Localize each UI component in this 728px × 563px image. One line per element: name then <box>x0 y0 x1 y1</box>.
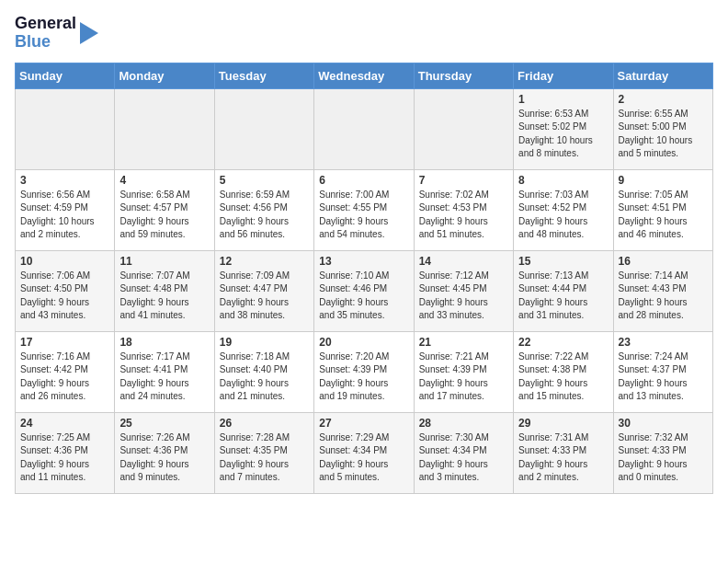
calendar-cell: 17Sunrise: 7:16 AM Sunset: 4:42 PM Dayli… <box>16 331 115 412</box>
day-header-friday: Friday <box>514 63 613 88</box>
day-headers-row: SundayMondayTuesdayWednesdayThursdayFrid… <box>16 63 713 88</box>
calendar-week-4: 17Sunrise: 7:16 AM Sunset: 4:42 PM Dayli… <box>16 331 713 412</box>
calendar-cell: 5Sunrise: 6:59 AM Sunset: 4:56 PM Daylig… <box>214 169 313 250</box>
day-number: 28 <box>419 417 508 430</box>
calendar-cell: 20Sunrise: 7:20 AM Sunset: 4:39 PM Dayli… <box>314 331 414 412</box>
calendar-cell: 3Sunrise: 6:56 AM Sunset: 4:59 PM Daylig… <box>16 169 115 250</box>
logo-arrow-icon <box>78 17 100 50</box>
calendar-cell: 15Sunrise: 7:13 AM Sunset: 4:44 PM Dayli… <box>514 250 613 331</box>
header: General Blue <box>15 15 713 52</box>
calendar-cell: 11Sunrise: 7:07 AM Sunset: 4:48 PM Dayli… <box>115 250 214 331</box>
calendar-header: SundayMondayTuesdayWednesdayThursdayFrid… <box>16 63 713 88</box>
day-number: 15 <box>518 255 608 268</box>
day-info: Sunrise: 7:22 AM Sunset: 4:38 PM Dayligh… <box>518 350 608 404</box>
day-header-wednesday: Wednesday <box>314 63 414 88</box>
day-info: Sunrise: 6:56 AM Sunset: 4:59 PM Dayligh… <box>20 189 109 242</box>
calendar-cell: 10Sunrise: 7:06 AM Sunset: 4:50 PM Dayli… <box>16 250 115 331</box>
day-info: Sunrise: 7:07 AM Sunset: 4:48 PM Dayligh… <box>119 270 209 323</box>
day-number: 29 <box>518 417 608 430</box>
day-number: 12 <box>220 255 309 268</box>
logo: General Blue <box>15 15 100 52</box>
calendar-cell: 29Sunrise: 7:31 AM Sunset: 4:33 PM Dayli… <box>514 412 613 493</box>
day-info: Sunrise: 7:03 AM Sunset: 4:52 PM Dayligh… <box>518 189 608 242</box>
day-number: 8 <box>518 174 608 187</box>
day-info: Sunrise: 7:30 AM Sunset: 4:34 PM Dayligh… <box>419 431 508 485</box>
calendar-cell: 16Sunrise: 7:14 AM Sunset: 4:43 PM Dayli… <box>613 250 712 331</box>
day-number: 21 <box>419 336 508 349</box>
day-info: Sunrise: 7:02 AM Sunset: 4:53 PM Dayligh… <box>419 189 508 242</box>
day-info: Sunrise: 7:32 AM Sunset: 4:33 PM Dayligh… <box>619 431 708 485</box>
day-info: Sunrise: 7:17 AM Sunset: 4:41 PM Dayligh… <box>119 350 209 404</box>
calendar-cell <box>115 88 214 169</box>
day-number: 11 <box>119 255 209 268</box>
day-header-tuesday: Tuesday <box>214 63 313 88</box>
logo-container: General Blue <box>15 15 100 52</box>
day-number: 18 <box>119 336 209 349</box>
day-number: 13 <box>319 255 408 268</box>
day-info: Sunrise: 7:21 AM Sunset: 4:39 PM Dayligh… <box>419 350 508 404</box>
calendar-cell: 9Sunrise: 7:05 AM Sunset: 4:51 PM Daylig… <box>613 169 712 250</box>
day-info: Sunrise: 7:28 AM Sunset: 4:35 PM Dayligh… <box>220 431 309 485</box>
day-header-monday: Monday <box>115 63 214 88</box>
calendar-week-5: 24Sunrise: 7:25 AM Sunset: 4:36 PM Dayli… <box>16 412 713 493</box>
day-header-saturday: Saturday <box>613 63 712 88</box>
day-info: Sunrise: 7:31 AM Sunset: 4:33 PM Dayligh… <box>518 431 608 485</box>
calendar-cell: 4Sunrise: 6:58 AM Sunset: 4:57 PM Daylig… <box>115 169 214 250</box>
day-info: Sunrise: 7:25 AM Sunset: 4:36 PM Dayligh… <box>20 431 109 485</box>
calendar-cell <box>414 88 513 169</box>
day-info: Sunrise: 6:55 AM Sunset: 5:00 PM Dayligh… <box>619 108 708 161</box>
day-number: 25 <box>119 417 209 430</box>
logo-general-text: General <box>15 15 76 33</box>
calendar-cell: 22Sunrise: 7:22 AM Sunset: 4:38 PM Dayli… <box>514 331 613 412</box>
day-info: Sunrise: 7:24 AM Sunset: 4:37 PM Dayligh… <box>619 350 708 404</box>
day-info: Sunrise: 7:16 AM Sunset: 4:42 PM Dayligh… <box>20 350 109 404</box>
day-info: Sunrise: 7:13 AM Sunset: 4:44 PM Dayligh… <box>518 270 608 323</box>
day-info: Sunrise: 7:09 AM Sunset: 4:47 PM Dayligh… <box>220 270 309 323</box>
calendar-cell: 19Sunrise: 7:18 AM Sunset: 4:40 PM Dayli… <box>214 331 313 412</box>
logo-blue-text: Blue <box>15 33 76 52</box>
day-number: 26 <box>220 417 309 430</box>
calendar-week-3: 10Sunrise: 7:06 AM Sunset: 4:50 PM Dayli… <box>16 250 713 331</box>
day-info: Sunrise: 6:58 AM Sunset: 4:57 PM Dayligh… <box>119 189 209 242</box>
day-number: 19 <box>220 336 309 349</box>
calendar-week-2: 3Sunrise: 6:56 AM Sunset: 4:59 PM Daylig… <box>16 169 713 250</box>
day-number: 20 <box>319 336 408 349</box>
day-number: 14 <box>419 255 508 268</box>
calendar-cell: 26Sunrise: 7:28 AM Sunset: 4:35 PM Dayli… <box>214 412 313 493</box>
day-info: Sunrise: 6:59 AM Sunset: 4:56 PM Dayligh… <box>220 189 309 242</box>
calendar-cell: 6Sunrise: 7:00 AM Sunset: 4:55 PM Daylig… <box>314 169 414 250</box>
calendar-cell: 8Sunrise: 7:03 AM Sunset: 4:52 PM Daylig… <box>514 169 613 250</box>
calendar-cell: 12Sunrise: 7:09 AM Sunset: 4:47 PM Dayli… <box>214 250 313 331</box>
calendar-cell: 25Sunrise: 7:26 AM Sunset: 4:36 PM Dayli… <box>115 412 214 493</box>
day-number: 30 <box>619 417 708 430</box>
day-info: Sunrise: 7:00 AM Sunset: 4:55 PM Dayligh… <box>319 189 408 242</box>
day-info: Sunrise: 7:10 AM Sunset: 4:46 PM Dayligh… <box>319 270 408 323</box>
calendar-cell: 30Sunrise: 7:32 AM Sunset: 4:33 PM Dayli… <box>613 412 712 493</box>
calendar-cell: 21Sunrise: 7:21 AM Sunset: 4:39 PM Dayli… <box>414 331 513 412</box>
day-info: Sunrise: 7:20 AM Sunset: 4:39 PM Dayligh… <box>319 350 408 404</box>
day-number: 2 <box>619 93 708 106</box>
day-info: Sunrise: 7:18 AM Sunset: 4:40 PM Dayligh… <box>220 350 309 404</box>
day-info: Sunrise: 7:05 AM Sunset: 4:51 PM Dayligh… <box>619 189 708 242</box>
day-number: 1 <box>518 93 608 106</box>
calendar-cell: 7Sunrise: 7:02 AM Sunset: 4:53 PM Daylig… <box>414 169 513 250</box>
day-number: 4 <box>119 174 209 187</box>
day-number: 6 <box>319 174 408 187</box>
day-info: Sunrise: 7:26 AM Sunset: 4:36 PM Dayligh… <box>119 431 209 485</box>
calendar-cell <box>214 88 313 169</box>
day-number: 16 <box>619 255 708 268</box>
calendar-cell <box>314 88 414 169</box>
day-number: 17 <box>20 336 109 349</box>
day-header-sunday: Sunday <box>16 63 115 88</box>
calendar-body: 1Sunrise: 6:53 AM Sunset: 5:02 PM Daylig… <box>16 88 713 493</box>
calendar-cell: 14Sunrise: 7:12 AM Sunset: 4:45 PM Dayli… <box>414 250 513 331</box>
calendar-cell: 27Sunrise: 7:29 AM Sunset: 4:34 PM Dayli… <box>314 412 414 493</box>
svg-marker-0 <box>80 22 98 44</box>
day-number: 7 <box>419 174 508 187</box>
day-header-thursday: Thursday <box>414 63 513 88</box>
calendar-cell: 2Sunrise: 6:55 AM Sunset: 5:00 PM Daylig… <box>613 88 712 169</box>
calendar-cell: 18Sunrise: 7:17 AM Sunset: 4:41 PM Dayli… <box>115 331 214 412</box>
day-number: 23 <box>619 336 708 349</box>
day-number: 5 <box>220 174 309 187</box>
calendar-cell: 1Sunrise: 6:53 AM Sunset: 5:02 PM Daylig… <box>514 88 613 169</box>
